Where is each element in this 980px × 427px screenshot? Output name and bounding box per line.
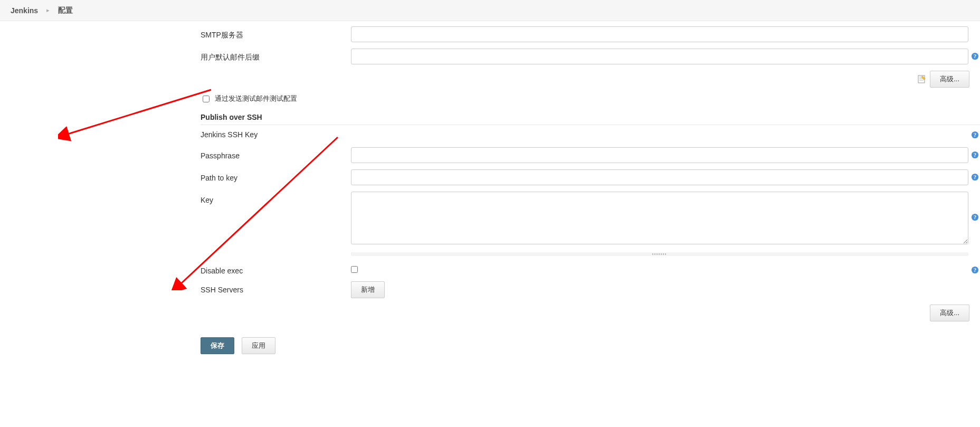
advanced-button-ssh[interactable]: 高级... (930, 305, 969, 321)
help-icon[interactable]: ? (971, 265, 979, 274)
section-publish-ssh: Publish over SSH (201, 109, 980, 122)
label-path-to-key: Path to key (201, 169, 351, 182)
notepad-icon (917, 74, 927, 84)
mail-suffix-input[interactable] (351, 49, 968, 64)
svg-text:?: ? (973, 267, 976, 273)
disable-exec-checkbox[interactable] (351, 266, 358, 273)
add-ssh-server-button[interactable]: 新增 (351, 281, 385, 298)
test-mail-checkbox[interactable] (203, 96, 210, 102)
breadcrumb-current: 配置 (58, 6, 73, 15)
help-icon[interactable]: ? (971, 130, 979, 139)
label-test-mail: 通过发送测试邮件测试配置 (215, 94, 297, 103)
annotation-arrow-icon (58, 84, 216, 143)
smtp-input[interactable] (351, 26, 968, 42)
help-icon[interactable]: ? (971, 173, 979, 181)
svg-text:?: ? (973, 53, 976, 59)
row-mail-suffix: 用户默认邮件后缀 ? (201, 49, 980, 64)
advanced-row-mail: 高级... (201, 71, 980, 88)
save-button[interactable]: 保存 (201, 337, 234, 354)
form-actions: 保存 应用 (201, 337, 980, 375)
config-form: SMTP服务器 用户默认邮件后缀 ? 高级... 通过发送测试邮件测试配置 Pu… (0, 21, 980, 375)
label-disable-exec: Disable exec (201, 262, 351, 275)
help-icon[interactable]: ? (971, 150, 979, 159)
resize-handle[interactable] (351, 252, 968, 256)
svg-text:?: ? (973, 132, 976, 138)
breadcrumb: Jenkins ▸ 配置 (0, 0, 980, 21)
row-key: Key ? (201, 192, 980, 246)
label-passphrase: Passphrase (201, 147, 351, 160)
row-path-to-key: Path to key ? (201, 169, 980, 185)
row-disable-exec: Disable exec ? (201, 262, 980, 275)
chevron-right-icon: ▸ (46, 7, 50, 14)
apply-button[interactable]: 应用 (242, 337, 275, 354)
section-divider (201, 125, 980, 125)
help-icon[interactable]: ? (971, 52, 979, 60)
advanced-row-ssh: 高级... (201, 305, 980, 321)
row-ssh-servers: SSH Servers 新增 (201, 281, 980, 298)
label-mail-suffix: 用户默认邮件后缀 (201, 49, 351, 62)
label-jenkins-ssh-key: Jenkins SSH Key (201, 130, 351, 142)
svg-text:?: ? (973, 152, 976, 158)
key-textarea[interactable] (351, 192, 968, 244)
row-passphrase: Passphrase ? (201, 147, 980, 163)
breadcrumb-root-link[interactable]: Jenkins (11, 6, 38, 15)
svg-text:?: ? (973, 174, 976, 180)
help-icon[interactable]: ? (971, 213, 979, 221)
row-test-mail: 通过发送测试邮件测试配置 (201, 94, 980, 103)
path-to-key-input[interactable] (351, 169, 968, 185)
label-smtp: SMTP服务器 (201, 26, 351, 40)
advanced-button-mail[interactable]: 高级... (930, 71, 969, 88)
passphrase-input[interactable] (351, 147, 968, 163)
label-ssh-servers: SSH Servers (201, 281, 351, 294)
row-smtp: SMTP服务器 (201, 26, 980, 42)
svg-text:?: ? (973, 214, 976, 220)
svg-line-16 (66, 90, 211, 135)
label-key: Key (201, 192, 351, 204)
